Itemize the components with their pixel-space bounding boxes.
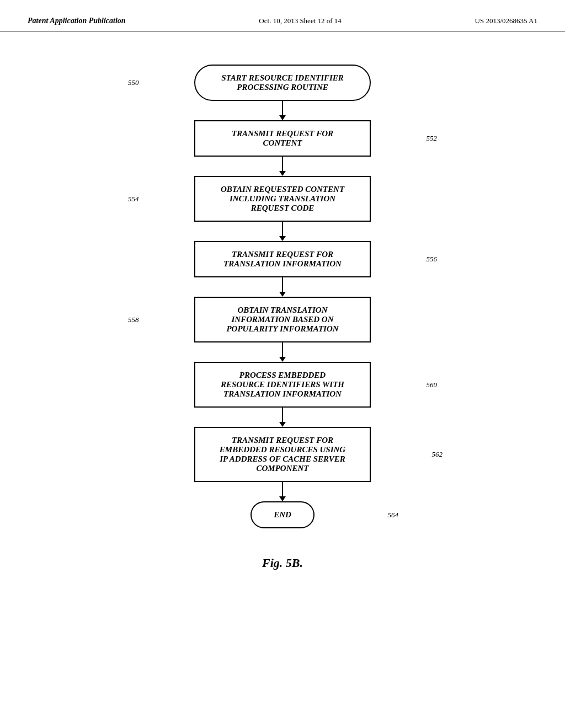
publication-label: Patent Application Publication	[28, 17, 126, 25]
date-sheet-label: Oct. 10, 2013 Sheet 12 of 14	[259, 17, 341, 25]
arrow-head-4	[279, 292, 286, 297]
node-start-wrapper: 550 START RESOURCE IDENTIFIERPROCESSING …	[117, 65, 448, 101]
main-content: 550 START RESOURCE IDENTIFIERPROCESSING …	[0, 31, 565, 570]
arrow-head-5	[279, 357, 286, 362]
patent-number-label: US 2013/0268635 A1	[475, 17, 537, 25]
node-558-wrapper: 558 OBTAIN TRANSLATIONINFORMATION BASED …	[117, 297, 448, 342]
arrow-1	[194, 101, 371, 120]
arrow-3	[194, 222, 371, 241]
arrow-line-7	[282, 482, 283, 497]
arrow-head-1	[279, 115, 286, 120]
arrow-line-6	[282, 408, 283, 422]
arrow-head-7	[279, 496, 286, 501]
node-556: TRANSMIT REQUEST FORTRANSLATION INFORMAT…	[194, 241, 371, 277]
arrow-head-3	[279, 236, 286, 241]
arrow-4	[194, 277, 371, 297]
flowchart: 550 START RESOURCE IDENTIFIERPROCESSING …	[117, 65, 448, 528]
node-554-wrapper: 554 OBTAIN REQUESTED CONTENTINCLUDING TR…	[117, 176, 448, 222]
arrow-line-4	[282, 277, 283, 292]
node-552-wrapper: TRANSMIT REQUEST FORCONTENT 552	[117, 120, 448, 157]
node-562: TRANSMIT REQUEST FOREMBEDDED RESOURCES U…	[194, 427, 371, 482]
node-end: END	[250, 501, 315, 528]
node-554: OBTAIN REQUESTED CONTENTINCLUDING TRANSL…	[194, 176, 371, 222]
ref-562: 562	[432, 450, 443, 459]
ref-560: 560	[427, 381, 438, 389]
node-start: START RESOURCE IDENTIFIERPROCESSING ROUT…	[194, 65, 371, 101]
arrow-head-6	[279, 422, 286, 427]
arrow-6	[194, 408, 371, 427]
node-552: TRANSMIT REQUEST FORCONTENT	[194, 120, 371, 157]
ref-554: 554	[128, 195, 139, 204]
arrow-2	[194, 157, 371, 176]
figure-caption: Fig. 5B.	[262, 556, 303, 570]
arrow-line-2	[282, 157, 283, 172]
node-560-wrapper: PROCESS EMBEDDEDRESOURCE IDENTIFIERS WIT…	[117, 362, 448, 408]
node-558: OBTAIN TRANSLATIONINFORMATION BASED ONPO…	[194, 297, 371, 342]
ref-550: 550	[128, 78, 139, 87]
page-header: Patent Application Publication Oct. 10, …	[0, 0, 565, 31]
node-562-wrapper: TRANSMIT REQUEST FOREMBEDDED RESOURCES U…	[117, 427, 448, 482]
arrow-7	[194, 482, 371, 501]
ref-556: 556	[427, 255, 438, 264]
node-560: PROCESS EMBEDDEDRESOURCE IDENTIFIERS WIT…	[194, 362, 371, 408]
arrow-line-5	[282, 342, 283, 357]
ref-558: 558	[128, 315, 139, 324]
node-end-wrapper: END 564	[117, 501, 448, 528]
arrow-head-2	[279, 171, 286, 176]
node-556-wrapper: TRANSMIT REQUEST FORTRANSLATION INFORMAT…	[117, 241, 448, 277]
arrow-line-3	[282, 222, 283, 237]
ref-564: 564	[388, 511, 399, 520]
arrow-line-1	[282, 101, 283, 116]
ref-552: 552	[427, 134, 438, 143]
arrow-5	[194, 342, 371, 362]
